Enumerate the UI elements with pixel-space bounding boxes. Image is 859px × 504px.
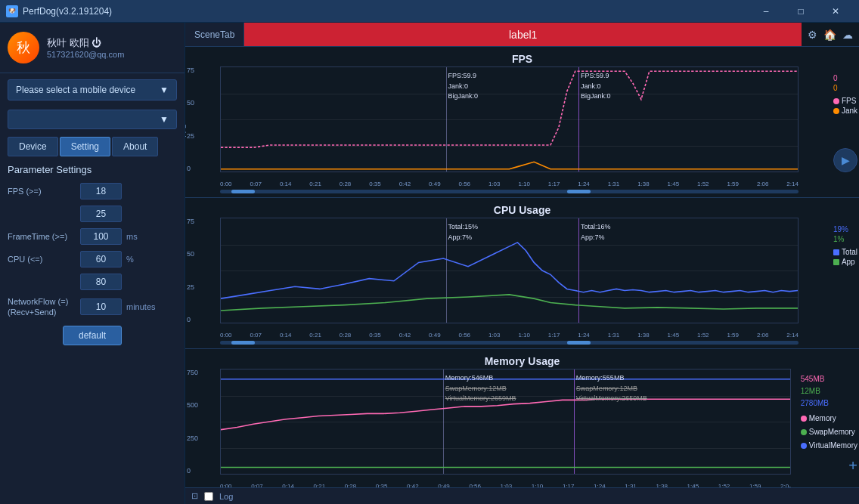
cpu-annotation-2: Total:16%App:7% — [578, 222, 611, 243]
user-email: 517321620@qq.com — [47, 50, 124, 59]
window-controls: – □ ✕ — [749, 0, 853, 23]
tab-setting[interactable]: Setting — [60, 137, 110, 156]
user-info: 秋叶 欧阳 ⏻ 517321620@qq.com — [47, 36, 124, 59]
title-bar-left: 🐶 PerfDog(v3.2.191204) — [6, 5, 112, 17]
cpu-annotation-1: Total:15%App:7% — [446, 222, 479, 243]
chevron-down-icon: ▼ — [160, 85, 169, 95]
memory-value: 545MB — [801, 373, 857, 385]
fps-scrollbar-thumb-right — [567, 190, 591, 193]
virtual-value: 2780MB — [801, 397, 857, 410]
main-layout: 秋 秋叶 欧阳 ⏻ 517321620@qq.com Please select… — [0, 23, 859, 504]
frametime-label: FrameTime (>=) — [8, 232, 76, 241]
memory-chart: Memory Usage 0 250 500 750 MB — [185, 349, 859, 487]
memory-annotation-1: Memory:546MBSwapMemory:12MBVirtualMemory… — [443, 373, 516, 404]
user-section: 秋 秋叶 欧阳 ⏻ 517321620@qq.com — [0, 23, 185, 73]
chevron-down-icon-2: ▼ — [160, 114, 169, 125]
cpu-param-row-1: CPU (<=) % — [8, 251, 177, 267]
cpu-input-1[interactable] — [80, 251, 122, 267]
cpu-input-2[interactable] — [80, 274, 122, 290]
main-content: SceneTab label1 ⚙ 🏠 ☁ FPS 0 25 50 75 — [185, 23, 859, 504]
memory-y-axis: 0 250 500 750 — [187, 369, 198, 475]
memory-legend: 545MB 12MB 2780MB Memory SwapMemory — [801, 373, 857, 452]
device-select[interactable]: Please select a mobile device ▼ — [8, 79, 177, 100]
cpu-grid: Total:15%App:7% Total:16%App:7% — [220, 218, 799, 323]
fps-y-axis: 0 25 50 75 — [187, 66, 194, 172]
tab-about[interactable]: About — [112, 137, 158, 156]
memory-x-axis: 0:000:070:140:210:280:350:420:490:561:03… — [220, 483, 791, 487]
cpu-chart-title: CPU Usage — [185, 204, 859, 216]
fps-param-row-2 — [8, 206, 177, 222]
frametime-unit: ms — [126, 232, 138, 241]
scene-header: SceneTab label1 ⚙ 🏠 ☁ — [185, 23, 859, 47]
memory-annotation-2: Memory:555MBSwapMemory:12MBVirtualMemory… — [574, 373, 647, 404]
cpu-legend: 19% 1% Total App — [833, 225, 857, 266]
collapse-icon[interactable]: ⊡ — [191, 491, 198, 501]
frametime-input[interactable] — [80, 228, 122, 245]
fps-legend: 0 0 FPS Jank — [833, 74, 857, 115]
params-section: Parameter Settings FPS (>=) FrameTime (>… — [0, 156, 185, 504]
fps-annotation-2: FPS:59.9Jank:0BigJank:0 — [578, 71, 611, 102]
default-button[interactable]: default — [63, 326, 122, 345]
fps-scrollbar-thumb-left — [231, 190, 255, 193]
network-unit: minutes — [126, 302, 156, 311]
cpu-x-axis: 0:000:070:140:210:280:350:420:490:561:03… — [220, 332, 799, 339]
swap-value: 12MB — [801, 385, 857, 397]
settings-icon[interactable]: ⚙ — [808, 29, 817, 41]
cpu-chart: CPU Usage 0 25 50 75 % — [185, 198, 859, 349]
log-checkbox[interactable] — [204, 492, 213, 501]
close-button[interactable]: ✕ — [818, 0, 853, 23]
memory-grid: Memory:546MBSwapMemory:12MBVirtualMemory… — [220, 369, 791, 475]
fps-label: FPS (>=) — [8, 187, 76, 196]
cpu-total-value: 19% — [833, 225, 857, 233]
fps-x-axis: 0:000:070:140:210:280:350:420:490:561:03… — [220, 181, 799, 187]
network-label: NetworkFlow (=)(Recv+Send) — [8, 296, 76, 318]
cpu-unit: % — [126, 255, 134, 264]
title-bar: 🐶 PerfDog(v3.2.191204) – □ ✕ — [0, 0, 859, 23]
tabs-row: Device Setting About — [8, 137, 177, 156]
label1-bar: label1 — [244, 23, 802, 46]
cpu-label: CPU (<=) — [8, 255, 76, 264]
cpu-param-row-2 — [8, 274, 177, 290]
frametime-param-row: FrameTime (>=) ms — [8, 228, 177, 245]
header-icons: ⚙ 🏠 ☁ — [802, 29, 859, 41]
fps-param-row-1: FPS (>=) — [8, 183, 177, 199]
minimize-button[interactable]: – — [749, 0, 783, 23]
memory-chart-title: Memory Usage — [185, 355, 859, 367]
cloud-icon[interactable]: ☁ — [842, 29, 853, 41]
log-label: Log — [219, 492, 233, 501]
fps-chart: FPS 0 25 50 75 FPS — [185, 47, 859, 198]
fps-input-2[interactable] — [80, 206, 122, 222]
tab-device[interactable]: Device — [8, 137, 58, 156]
zoom-in-icon[interactable]: + — [848, 457, 857, 475]
fps-chart-title: FPS — [185, 53, 859, 65]
fps-annotation-1: FPS:59.9Jank:0BigJank:0 — [446, 71, 479, 102]
sidebar: 秋 秋叶 欧阳 ⏻ 517321620@qq.com Please select… — [0, 23, 185, 504]
network-param-row: NetworkFlow (=)(Recv+Send) minutes — [8, 296, 177, 318]
fps-grid: FPS:59.9Jank:0BigJank:0 FPS:59.9Jank:0Bi… — [220, 66, 799, 172]
params-title: Parameter Settings — [8, 164, 177, 175]
cpu-app-value: 1% — [833, 235, 857, 243]
avatar: 秋 — [8, 32, 39, 63]
app-icon: 🐶 — [6, 5, 18, 17]
fps-input-1[interactable] — [80, 183, 122, 199]
fps-chart-svg — [221, 67, 798, 172]
fps-y-label: FPS — [185, 124, 188, 138]
maximize-button[interactable]: □ — [783, 0, 818, 23]
charts-area: FPS 0 25 50 75 FPS — [185, 47, 859, 487]
network-input[interactable] — [80, 298, 122, 315]
app-select[interactable]: ▼ — [8, 110, 177, 129]
app-title: PerfDog(v3.2.191204) — [23, 6, 112, 17]
cpu-y-axis: 0 25 50 75 — [187, 218, 194, 323]
scene-tab-label[interactable]: SceneTab — [185, 23, 244, 46]
user-name: 秋叶 欧阳 ⏻ — [47, 36, 124, 50]
memory-y-label: MB — [185, 428, 186, 438]
cpu-chart-svg — [221, 218, 798, 323]
play-button[interactable]: ▶ — [833, 148, 857, 172]
home-icon[interactable]: 🏠 — [823, 29, 836, 41]
bottom-bar: ⊡ Log — [185, 487, 859, 504]
